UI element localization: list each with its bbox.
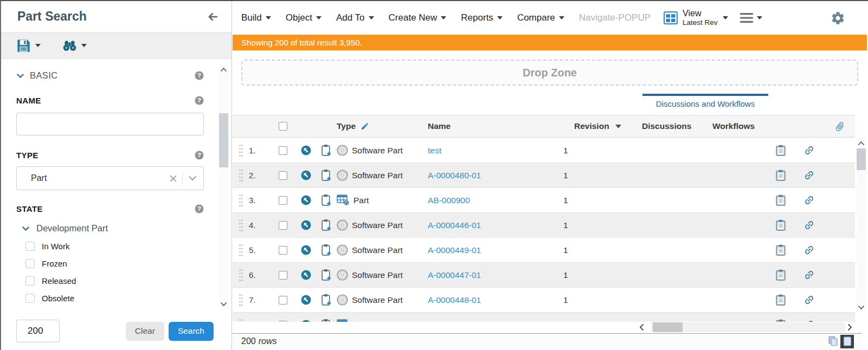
state-checkbox-option[interactable]: Released (16, 276, 204, 286)
scrollbar-thumb[interactable] (653, 322, 683, 332)
type-select[interactable]: Part (16, 166, 204, 190)
state-checkbox-option[interactable]: In Work (16, 242, 204, 251)
tab-discussions-and-workflows[interactable]: Discussions and Workflows (642, 94, 768, 108)
row-checkbox[interactable] (279, 271, 287, 280)
sort-desc-icon[interactable] (615, 125, 621, 128)
item-name-link[interactable]: test (428, 146, 441, 155)
pencil-icon[interactable] (361, 122, 369, 131)
help-icon[interactable]: ? (195, 204, 204, 213)
drag-handle-icon[interactable] (239, 194, 243, 207)
workflows-icon[interactable] (803, 269, 815, 281)
checkbox[interactable] (25, 294, 35, 303)
scroll-down-icon[interactable] (220, 302, 227, 307)
discussions-icon[interactable] (776, 244, 786, 256)
table-vertical-scrollbar[interactable] (857, 139, 866, 312)
drag-handle-icon[interactable] (239, 219, 243, 232)
checkbox[interactable] (25, 242, 35, 251)
add-to-clipboard-icon[interactable] (321, 169, 332, 182)
scroll-left-icon[interactable] (639, 323, 644, 331)
row-checkbox[interactable] (279, 221, 287, 230)
drop-zone[interactable]: Drop Zone (241, 60, 858, 86)
workflows-icon[interactable] (803, 170, 815, 181)
scrollbar-thumb[interactable] (857, 148, 866, 170)
column-header-workflows[interactable]: Workflows (712, 121, 777, 131)
compact-view-toggle[interactable] (828, 336, 839, 347)
scroll-right-icon[interactable] (847, 323, 852, 331)
open-item-icon[interactable] (301, 245, 311, 255)
column-header-type[interactable]: Type (337, 121, 428, 131)
table-row[interactable]: 4. Software Part A-0000446-01 1 (233, 213, 855, 238)
chevron-down-icon[interactable] (188, 176, 197, 181)
state-group-toggle[interactable]: Development Part (16, 223, 204, 234)
table-horizontal-scrollbar[interactable] (233, 322, 855, 333)
item-name-link[interactable]: AB-000900 (428, 196, 470, 205)
column-header-discussions[interactable]: Discussions (642, 121, 712, 131)
scroll-up-icon[interactable] (858, 141, 865, 146)
save-search-button[interactable] (16, 38, 41, 53)
view-mode-button[interactable]: View Latest Rev (664, 9, 728, 27)
scroll-up-icon[interactable] (220, 67, 227, 72)
discussions-icon[interactable] (776, 294, 786, 306)
menu-item-object[interactable]: Object (286, 12, 322, 23)
item-name-link[interactable]: A-0000449-01 (428, 245, 481, 255)
state-checkbox-option[interactable]: Obsolete (16, 294, 204, 303)
table-row[interactable]: 7. Software Part A-0000448-01 1 (233, 288, 855, 313)
add-to-clipboard-icon[interactable] (321, 144, 332, 157)
item-name-link[interactable]: A-0000480-01 (428, 171, 481, 180)
checkbox[interactable] (25, 259, 35, 268)
workflows-icon[interactable] (803, 195, 815, 206)
row-checkbox[interactable] (279, 146, 287, 155)
menu-item-create-new[interactable]: Create New (389, 12, 447, 23)
drag-handle-icon[interactable] (239, 169, 243, 182)
add-to-clipboard-icon[interactable] (321, 219, 332, 231)
page-size-input[interactable] (16, 320, 60, 342)
name-input[interactable] (16, 113, 204, 135)
clear-value-icon[interactable] (170, 175, 177, 182)
row-checkbox[interactable] (279, 246, 287, 255)
sidebar-scrollbar[interactable] (219, 65, 228, 309)
open-item-icon[interactable] (301, 295, 311, 305)
row-checkbox[interactable] (279, 296, 287, 304)
attachments-icon[interactable] (834, 121, 845, 132)
add-to-clipboard-icon[interactable] (321, 294, 332, 306)
more-menu-button[interactable] (740, 13, 762, 23)
discussions-icon[interactable] (776, 145, 786, 156)
item-name-link[interactable]: A-0000446-01 (428, 221, 481, 230)
help-icon[interactable]: ? (195, 96, 204, 105)
discussions-icon[interactable] (776, 219, 786, 231)
discussions-icon[interactable] (776, 170, 786, 181)
row-checkbox[interactable] (279, 171, 287, 180)
open-item-icon[interactable] (301, 195, 311, 205)
column-header-name[interactable]: Name (428, 121, 563, 131)
scrollbar-thumb[interactable] (219, 113, 228, 167)
table-row[interactable]: 2. Software Part A-0000480-01 1 (233, 163, 855, 188)
open-item-icon[interactable] (301, 270, 311, 280)
item-name-link[interactable]: A-0000448-01 (428, 295, 481, 304)
table-row[interactable]: 1. Software Part test 1 (233, 138, 855, 163)
help-icon[interactable]: ? (195, 71, 204, 80)
discussions-icon[interactable] (776, 195, 786, 206)
table-row[interactable]: 3. Part AB-000900 1 (233, 188, 855, 213)
row-checkbox[interactable] (279, 196, 287, 205)
workflows-icon[interactable] (803, 244, 815, 256)
open-item-icon[interactable] (301, 170, 311, 180)
column-header-revision[interactable]: Revision (563, 121, 642, 131)
clear-button[interactable]: Clear (126, 322, 164, 341)
scroll-down-icon[interactable] (858, 305, 865, 310)
drag-handle-icon[interactable] (239, 269, 243, 282)
checkbox[interactable] (25, 276, 35, 286)
menu-item-reports[interactable]: Reports (461, 12, 503, 23)
workflows-icon[interactable] (803, 145, 815, 156)
item-name-link[interactable]: A-0000447-01 (428, 270, 481, 280)
workflows-icon[interactable] (803, 219, 815, 231)
discussions-icon[interactable] (776, 269, 786, 281)
add-to-clipboard-icon[interactable] (321, 194, 332, 206)
select-all-checkbox[interactable] (279, 122, 287, 131)
drag-handle-icon[interactable] (239, 144, 243, 157)
menu-item-add-to[interactable]: Add To (336, 12, 374, 23)
settings-button[interactable] (831, 11, 845, 25)
state-checkbox-option[interactable]: Frozen (16, 259, 204, 268)
table-row[interactable]: 5. Software Part A-0000449-01 1 (233, 238, 855, 263)
menu-item-build[interactable]: Build (241, 12, 271, 23)
drag-handle-icon[interactable] (239, 244, 243, 257)
